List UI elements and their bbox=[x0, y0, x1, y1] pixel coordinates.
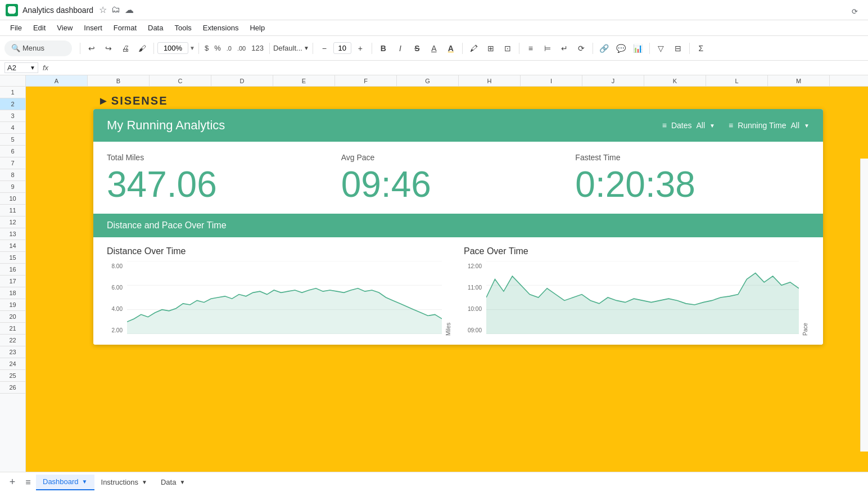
menu-view[interactable]: View bbox=[52, 22, 77, 33]
row-7[interactable]: 7 bbox=[0, 157, 25, 169]
row-22[interactable]: 22 bbox=[0, 335, 25, 346]
row-9[interactable]: 9 bbox=[0, 181, 25, 193]
row-4[interactable]: 4 bbox=[0, 122, 25, 134]
grid-content[interactable]: ► SISENSE My Running Analytics ≡ Dates A… bbox=[26, 87, 868, 472]
row-19[interactable]: 19 bbox=[0, 299, 25, 311]
col-header-m[interactable]: M bbox=[768, 75, 830, 86]
row-18[interactable]: 18 bbox=[0, 287, 25, 299]
row-16[interactable]: 16 bbox=[0, 264, 25, 276]
row-25[interactable]: 25 bbox=[0, 370, 25, 382]
borders-button[interactable]: ⊞ bbox=[483, 40, 499, 56]
menu-help[interactable]: Help bbox=[245, 22, 269, 33]
italic-button[interactable]: I bbox=[392, 40, 408, 56]
redo-button[interactable]: ↪ bbox=[101, 40, 116, 56]
tab-dashboard-dropdown[interactable]: ▼ bbox=[82, 479, 88, 485]
col-header-c[interactable]: C bbox=[150, 75, 211, 86]
cell-reference[interactable]: A2 ▼ bbox=[4, 62, 38, 73]
filter-dates-dropdown[interactable]: ▼ bbox=[709, 123, 715, 129]
filter-running-time[interactable]: ≡ Running Time All ▼ bbox=[729, 121, 810, 130]
align-v-button[interactable]: ⊨ bbox=[540, 40, 555, 56]
font-family-select[interactable]: Default... ▼ bbox=[273, 44, 309, 52]
star-icon[interactable]: ☆ bbox=[99, 4, 107, 15]
row-1[interactable]: 1 bbox=[0, 87, 25, 98]
bold-button[interactable]: B bbox=[376, 40, 391, 56]
col-header-d[interactable]: D bbox=[211, 75, 273, 86]
row-24[interactable]: 24 bbox=[0, 358, 25, 370]
zoom-control[interactable]: 100% ▼ bbox=[157, 42, 195, 54]
account-icon[interactable]: ⟳ bbox=[847, 3, 862, 19]
text-rotate-button[interactable]: ⟳ bbox=[573, 40, 589, 56]
print-button[interactable]: 🖨 bbox=[117, 40, 133, 56]
cell-ref-dropdown[interactable]: ▼ bbox=[30, 65, 35, 71]
percent-symbol[interactable]: % bbox=[212, 43, 223, 53]
tab-data-dropdown[interactable]: ▼ bbox=[179, 479, 185, 485]
row-14[interactable]: 14 bbox=[0, 240, 25, 252]
col-header-g[interactable]: G bbox=[397, 75, 459, 86]
row-23[interactable]: 23 bbox=[0, 346, 25, 358]
row-21[interactable]: 21 bbox=[0, 323, 25, 335]
row-5[interactable]: 5 bbox=[0, 134, 25, 146]
col-header-k[interactable]: K bbox=[644, 75, 706, 86]
col-header-h[interactable]: H bbox=[459, 75, 521, 86]
chart-button[interactable]: 📊 bbox=[630, 40, 646, 56]
tab-instructions-dropdown[interactable]: ▼ bbox=[142, 479, 147, 485]
tab-data[interactable]: Data ▼ bbox=[154, 475, 192, 490]
row-17[interactable]: 17 bbox=[0, 276, 25, 287]
search-menus[interactable]: 🔍 Menus bbox=[4, 40, 72, 56]
filter-dates[interactable]: ≡ Dates All ▼ bbox=[662, 121, 715, 130]
sum-button[interactable]: Σ bbox=[693, 40, 709, 56]
add-sheet-button[interactable]: + bbox=[4, 475, 20, 490]
decimal-increase[interactable]: .00 bbox=[235, 44, 248, 53]
number-format[interactable]: 123 bbox=[249, 43, 266, 53]
row-26[interactable]: 26 bbox=[0, 382, 25, 394]
decimal-decrease[interactable]: .0 bbox=[224, 44, 234, 53]
cloud-icon[interactable]: ☁ bbox=[125, 4, 134, 15]
row-13[interactable]: 13 bbox=[0, 228, 25, 240]
menu-tools[interactable]: Tools bbox=[170, 22, 196, 33]
row-12[interactable]: 12 bbox=[0, 216, 25, 228]
col-header-e[interactable]: E bbox=[273, 75, 335, 86]
menu-extensions[interactable]: Extensions bbox=[198, 22, 243, 33]
row-15[interactable]: 15 bbox=[0, 252, 25, 264]
tab-dashboard[interactable]: Dashboard ▼ bbox=[36, 475, 94, 490]
zoom-dropdown-icon[interactable]: ▼ bbox=[189, 45, 195, 51]
row-2[interactable]: 2 bbox=[0, 98, 25, 110]
row-8[interactable]: 8 bbox=[0, 169, 25, 181]
font-size-minus[interactable]: − bbox=[317, 40, 332, 56]
col-header-f[interactable]: F bbox=[335, 75, 397, 86]
menu-insert[interactable]: Insert bbox=[79, 22, 107, 33]
filter-runtime-dropdown[interactable]: ▼ bbox=[804, 123, 810, 129]
filter-button[interactable]: ▽ bbox=[653, 40, 669, 56]
link-button[interactable]: 🔗 bbox=[596, 40, 612, 56]
row-20[interactable]: 20 bbox=[0, 311, 25, 323]
col-header-l[interactable]: L bbox=[706, 75, 768, 86]
tab-instructions[interactable]: Instructions ▼ bbox=[94, 475, 154, 490]
sheet-menu-button[interactable]: ≡ bbox=[20, 475, 36, 490]
text-color-button[interactable]: A bbox=[443, 40, 459, 56]
text-wrap-button[interactable]: ↵ bbox=[557, 40, 572, 56]
paint-format-button[interactable]: 🖌 bbox=[134, 40, 150, 56]
col-header-b[interactable]: B bbox=[88, 75, 150, 86]
col-header-a[interactable]: A bbox=[26, 75, 88, 86]
undo-button[interactable]: ↩ bbox=[84, 40, 100, 56]
menu-format[interactable]: Format bbox=[109, 22, 141, 33]
merge-button[interactable]: ⊡ bbox=[500, 40, 516, 56]
zoom-value[interactable]: 100% bbox=[157, 42, 188, 54]
folder-icon[interactable]: 🗂 bbox=[111, 4, 120, 15]
col-header-i[interactable]: I bbox=[521, 75, 582, 86]
font-size-value[interactable]: 10 bbox=[333, 42, 351, 54]
menu-edit[interactable]: Edit bbox=[29, 22, 50, 33]
row-10[interactable]: 10 bbox=[0, 193, 25, 205]
row-6[interactable]: 6 bbox=[0, 146, 25, 157]
font-size-plus[interactable]: + bbox=[352, 40, 368, 56]
row-3[interactable]: 3 bbox=[0, 110, 25, 122]
menu-data[interactable]: Data bbox=[143, 22, 168, 33]
col-header-j[interactable]: J bbox=[582, 75, 644, 86]
underline-button[interactable]: A bbox=[426, 40, 442, 56]
menu-file[interactable]: File bbox=[6, 22, 26, 33]
comment-button[interactable]: 💬 bbox=[613, 40, 629, 56]
row-11[interactable]: 11 bbox=[0, 205, 25, 216]
strikethrough-button[interactable]: S bbox=[409, 40, 425, 56]
fill-color-button[interactable]: 🖍 bbox=[466, 40, 482, 56]
currency-symbol[interactable]: $ bbox=[202, 43, 211, 53]
